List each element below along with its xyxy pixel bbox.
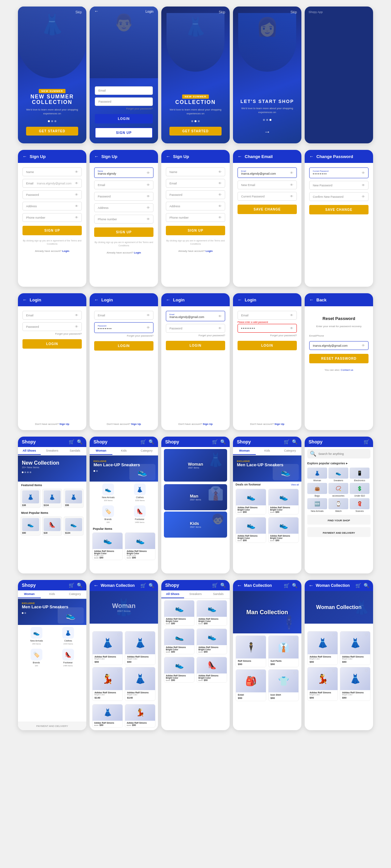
search-icon-wclist[interactable]: 🔍 <box>364 583 369 588</box>
contact-us-link[interactable]: Contact us <box>341 369 353 371</box>
cart-icon-1[interactable]: 🛒 <box>69 439 74 444</box>
login-email-field[interactable]: Email <box>95 86 153 95</box>
icon-new-arrivals-wc[interactable]: 👟 New Arrivals 200 Items <box>30 627 43 645</box>
sg-shoe-1[interactable]: 👟 Adidas Raff Simons Bright Color $100 $… <box>164 600 194 626</box>
cart-icon-man[interactable]: 🛒 <box>284 583 289 588</box>
login-email-3[interactable]: Email Inarva.elgmdy@gmail.com 👁 <box>166 311 225 321</box>
forgot-link-4[interactable]: Forget your password? <box>238 334 297 337</box>
explore-scarves[interactable]: 🧣 Scarves <box>350 498 369 512</box>
forgot-password-link[interactable]: Forget your password? <box>95 107 153 110</box>
new-pw-field[interactable]: New Password 👁 <box>309 181 368 190</box>
explore-watch[interactable]: ⌚ Watch <box>328 498 348 512</box>
tab-all-shoes-shoes[interactable]: All Shoes <box>161 590 184 598</box>
tab-sandals[interactable]: Sandals <box>63 447 86 455</box>
address-field-3[interactable]: Address 👁 <box>166 202 225 211</box>
back-arrow-signup3[interactable]: ← <box>166 154 171 159</box>
sg-shoe-4[interactable]: 👟 Adidas Raff Simons Bright Color $100 $… <box>197 628 227 654</box>
login-pw-4[interactable]: •••••••• 👁 <box>238 324 297 333</box>
search-icon-deals[interactable]: 🔍 <box>292 439 298 444</box>
skip-link-3[interactable]: Skip <box>291 10 297 14</box>
tab-woman[interactable]: Woman <box>90 447 113 455</box>
login-email-4[interactable]: Email 👁 <box>238 311 297 320</box>
deal-shoe-4[interactable]: 👟 Adidas Raff Simons Bright Color $100 $… <box>268 517 299 543</box>
heart-icon-man-4[interactable]: ♡ <box>293 671 297 676</box>
heart-icon-wclist-1[interactable]: ♡ <box>332 633 336 637</box>
wclist-fashion-1[interactable]: ♡ 👗 Adidas Raff Simons Bright Color $90 <box>307 631 338 665</box>
find-shop-bar[interactable]: FIND YOUR SHOP <box>307 515 370 525</box>
search-icon-2[interactable]: 🔍 <box>149 439 154 444</box>
wclist-fashion-3[interactable]: ♡ 💃 Adidas Raff Simons Bright Color $90 <box>307 667 338 701</box>
shoe-card-1[interactable]: 👟 Adidas Raff Simons Bright Color Bright… <box>92 532 123 560</box>
payment-bar-wc[interactable]: PAYMENT AND DELIVERY <box>18 722 86 730</box>
back-arrow-login1[interactable]: ← <box>23 297 27 302</box>
tab-kids-deals[interactable]: Kids <box>256 447 278 455</box>
search-icon-man[interactable]: 🔍 <box>292 583 298 588</box>
icon-brands[interactable]: 🏷️ Brands 100 <box>102 505 114 523</box>
cart-icon-search[interactable]: 🛒 <box>364 439 369 444</box>
back-arrow-signup1[interactable]: ← <box>23 154 27 159</box>
next-arrow[interactable]: → <box>264 128 270 135</box>
password-field-3[interactable]: Password 👁 <box>166 190 225 199</box>
phone-field-2[interactable]: Phone number 👁 <box>94 215 153 223</box>
kids-category-block[interactable]: Kids 3587 Items 🧒 <box>164 512 227 537</box>
back-arrow-change-pw[interactable]: ← <box>309 154 314 159</box>
deal-shoe-1[interactable]: 👟 Adidas Raff Simons Bright Color $100 $… <box>236 489 266 515</box>
back-arrow-man[interactable]: ← <box>237 583 242 588</box>
heart-icon-4[interactable]: ♡ <box>150 669 153 673</box>
man-fashion-1[interactable]: ♡ 🕴️ Raff Simons $90 <box>236 636 266 667</box>
cart-icon-wclist[interactable]: 🛒 <box>356 583 361 588</box>
tab-woman-deals[interactable]: Woman <box>233 447 256 455</box>
login-link-1[interactable]: Login <box>62 250 69 252</box>
current-email-field[interactable]: Email Inarva.elgmdy@gmail.com 👁 <box>238 167 297 178</box>
login-email-1[interactable]: Email 👁 <box>23 311 82 320</box>
wclist-fashion-4[interactable]: ♡ 👗 Adidas Raff Simons Bright Color $90 <box>340 667 370 701</box>
get-started-button-2[interactable]: GET STARTED <box>170 127 222 135</box>
current-pw-field[interactable]: Current Password •••••••• 👁 <box>309 167 368 178</box>
cart-icon-cat[interactable]: 🛒 <box>212 439 218 444</box>
get-started-button[interactable]: GET STARTED <box>26 127 79 135</box>
phone-field-3[interactable]: Phone number 👁 <box>166 213 225 222</box>
sg-shoe-5[interactable]: 👟 Adidas Raff Simons Bright Color $100 $… <box>164 657 194 683</box>
explore-electronics[interactable]: 📱 Electronics <box>350 468 369 482</box>
shoe-card-2[interactable]: 👟 Adidas Raff Simons Bright Color Bright… <box>125 532 155 560</box>
login-btn-2[interactable]: LOGIN <box>94 341 153 350</box>
cart-icon-2[interactable]: 🛒 <box>141 439 146 444</box>
login-link-2[interactable]: Login <box>134 251 141 254</box>
search-icon-shoes[interactable]: 🔍 <box>220 583 226 588</box>
back-arrow-splash[interactable]: ← <box>94 8 99 14</box>
signup-link-2[interactable]: Sign Up <box>131 423 141 426</box>
login-btn-4[interactable]: LOGIN <box>238 341 297 350</box>
phone-field-1[interactable]: Phone number 👁 <box>23 213 82 222</box>
payment-delivery-bar[interactable]: PAYMENT AND DELIVERY <box>307 527 370 537</box>
search-icon-1[interactable]: 🔍 <box>77 439 83 444</box>
name-field-2[interactable]: Name Inarva elgmdy 👁 <box>94 167 153 178</box>
signup-link-4[interactable]: Sign Up <box>274 423 284 426</box>
heart-icon-wclist-3[interactable]: ♡ <box>332 669 336 673</box>
signup-link-3[interactable]: Sign Up <box>203 423 212 426</box>
address-field-1[interactable]: Address 👁 <box>23 202 82 211</box>
heart-icon-2[interactable]: ♡ <box>150 633 153 637</box>
forgot-link-3[interactable]: Forget your password? <box>166 334 225 337</box>
cart-icon-shoes[interactable]: 🛒 <box>212 583 218 588</box>
explore-woman[interactable]: 👗 Woman <box>307 468 327 482</box>
email-field-1[interactable]: Email Inarva.elgmdy@gmail.com 👁 <box>23 179 82 188</box>
skip-link-1[interactable]: Skip <box>76 10 82 14</box>
password-field-2[interactable]: Password 👁 <box>94 192 153 201</box>
tab-woman-wc[interactable]: Woman <box>18 590 41 598</box>
search-icon-wc[interactable]: 🔍 <box>77 583 83 588</box>
tab-sneakers[interactable]: Sneakers <box>41 447 63 455</box>
back-arrow-wclist[interactable]: ← <box>308 583 314 588</box>
login-pw-3[interactable]: Password 👁 <box>166 324 225 333</box>
email-field-2[interactable]: Email 👁 <box>94 181 153 189</box>
signup-button-splash[interactable]: SIGN UP <box>95 127 153 138</box>
back-arrow-wcol[interactable]: ← <box>93 583 99 588</box>
man-fashion-3[interactable]: ♡ 🎒 Emiel $90 <box>236 669 266 701</box>
woman-fashion-3[interactable]: ♡ 💃 Adidas Raff Simons Bright Color $140 <box>92 667 123 701</box>
save-change-pw-button[interactable]: Save Change <box>309 205 368 214</box>
tab-kids[interactable]: Kids <box>113 447 135 455</box>
login-button[interactable]: LOGIN <box>95 114 153 123</box>
login-link-3[interactable]: Login <box>206 250 213 252</box>
login-btn-1[interactable]: LOGIN <box>23 339 82 349</box>
login-pw-1[interactable]: Password 👁 <box>23 322 82 331</box>
back-arrow-login2[interactable]: ← <box>94 297 99 302</box>
